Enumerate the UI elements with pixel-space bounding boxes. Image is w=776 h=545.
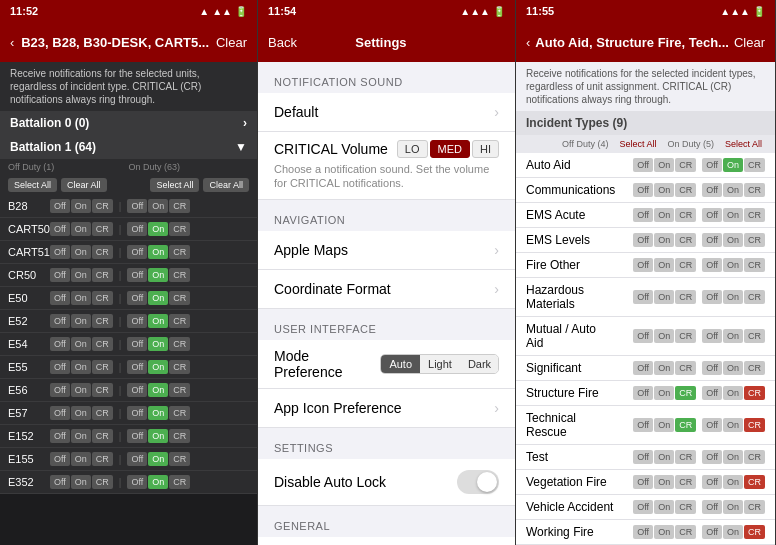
inc-off-btn[interactable]: Off xyxy=(633,290,653,304)
inc-on-btn[interactable]: On xyxy=(654,183,674,197)
cr-btn-2[interactable]: CR xyxy=(169,245,190,259)
inc-off-btn[interactable]: Off xyxy=(633,233,653,247)
cr-btn-2[interactable]: CR xyxy=(169,291,190,305)
on-btn-2[interactable]: On xyxy=(148,268,168,282)
off-btn[interactable]: Off xyxy=(50,291,70,305)
inc-off-btn-2[interactable]: Off xyxy=(702,475,722,489)
off-btn[interactable]: Off xyxy=(50,337,70,351)
inc-cr-btn-2[interactable]: CR xyxy=(744,386,765,400)
inc-cr-btn[interactable]: CR xyxy=(675,208,696,222)
inc-cr-btn[interactable]: CR xyxy=(675,525,696,539)
inc-off-btn[interactable]: Off xyxy=(633,208,653,222)
off-btn-2[interactable]: Off xyxy=(127,337,147,351)
inc-cr-btn[interactable]: CR xyxy=(675,233,696,247)
inc-off-btn[interactable]: Off xyxy=(633,258,653,272)
cr-btn-2[interactable]: CR xyxy=(169,222,190,236)
inc-cr-btn-2[interactable]: CR xyxy=(744,208,765,222)
cr-btn[interactable]: CR xyxy=(92,475,113,489)
off-btn[interactable]: Off xyxy=(50,199,70,213)
inc-off-btn[interactable]: Off xyxy=(633,450,653,464)
inc-cr-btn[interactable]: CR xyxy=(675,475,696,489)
off-btn-2[interactable]: Off xyxy=(127,452,147,466)
settings-disable-autolock[interactable]: Disable Auto Lock xyxy=(258,459,515,506)
select-all-button[interactable]: Select All xyxy=(8,178,57,192)
on-btn[interactable]: On xyxy=(71,314,91,328)
inc-on-btn-2[interactable]: On xyxy=(723,418,743,432)
inc-cr-btn-2[interactable]: CR xyxy=(744,418,765,432)
inc-cr-btn[interactable]: CR xyxy=(675,361,696,375)
on-btn[interactable]: On xyxy=(71,291,91,305)
inc-cr-btn[interactable]: CR xyxy=(675,450,696,464)
inc-on-btn[interactable]: On xyxy=(654,329,674,343)
inc-cr-btn-2[interactable]: CR xyxy=(744,525,765,539)
inc-off-btn[interactable]: Off xyxy=(633,329,653,343)
off-btn[interactable]: Off xyxy=(50,245,70,259)
clear-button-3[interactable]: Clear xyxy=(734,35,765,50)
inc-on-btn-2[interactable]: On xyxy=(723,329,743,343)
cr-btn-2[interactable]: CR xyxy=(169,452,190,466)
inc-on-btn[interactable]: On xyxy=(654,475,674,489)
inc-on-btn-2[interactable]: On xyxy=(723,386,743,400)
inc-cr-btn[interactable]: CR xyxy=(675,386,696,400)
clear-button-1[interactable]: Clear xyxy=(216,35,247,50)
inc-on-btn-2[interactable]: On xyxy=(723,183,743,197)
inc-on-btn[interactable]: On xyxy=(654,386,674,400)
off-duty-select-all[interactable]: Select All xyxy=(616,138,659,150)
settings-app-support[interactable]: App Support › xyxy=(258,537,515,545)
on-btn[interactable]: On xyxy=(71,222,91,236)
inc-off-btn-2[interactable]: Off xyxy=(702,386,722,400)
inc-off-btn-2[interactable]: Off xyxy=(702,233,722,247)
cr-btn[interactable]: CR xyxy=(92,383,113,397)
cr-btn[interactable]: CR xyxy=(92,360,113,374)
inc-cr-btn[interactable]: CR xyxy=(675,329,696,343)
inc-on-btn[interactable]: On xyxy=(654,258,674,272)
on-btn[interactable]: On xyxy=(71,452,91,466)
inc-on-btn-2[interactable]: On xyxy=(723,475,743,489)
on-btn-2[interactable]: On xyxy=(148,360,168,374)
on-btn-2[interactable]: On xyxy=(148,222,168,236)
cr-btn-2[interactable]: CR xyxy=(169,360,190,374)
mode-light-button[interactable]: Light xyxy=(420,355,460,373)
off-btn[interactable]: Off xyxy=(50,406,70,420)
on-btn-2[interactable]: On xyxy=(148,429,168,443)
cr-btn[interactable]: CR xyxy=(92,406,113,420)
on-btn-2[interactable]: On xyxy=(148,475,168,489)
off-btn-2[interactable]: Off xyxy=(127,245,147,259)
inc-on-btn-2[interactable]: On xyxy=(723,290,743,304)
off-btn-2[interactable]: Off xyxy=(127,291,147,305)
inc-cr-btn-2[interactable]: CR xyxy=(744,233,765,247)
cr-btn[interactable]: CR xyxy=(92,337,113,351)
inc-cr-btn-2[interactable]: CR xyxy=(744,290,765,304)
battalion-1-header[interactable]: Battalion 1 (64) ▼ xyxy=(0,135,257,159)
on-btn-2[interactable]: On xyxy=(148,337,168,351)
inc-cr-btn[interactable]: CR xyxy=(675,258,696,272)
inc-on-btn-2[interactable]: On xyxy=(723,258,743,272)
inc-on-btn[interactable]: On xyxy=(654,290,674,304)
settings-app-icon[interactable]: App Icon Preference › xyxy=(258,389,515,428)
inc-on-btn-2[interactable]: On xyxy=(723,208,743,222)
cr-btn-2[interactable]: CR xyxy=(169,406,190,420)
inc-off-btn[interactable]: Off xyxy=(633,500,653,514)
off-btn-2[interactable]: Off xyxy=(127,268,147,282)
inc-cr-btn[interactable]: CR xyxy=(675,158,696,172)
inc-on-btn[interactable]: On xyxy=(654,500,674,514)
inc-cr-btn-2[interactable]: CR xyxy=(744,450,765,464)
on-btn[interactable]: On xyxy=(71,406,91,420)
off-btn[interactable]: Off xyxy=(50,222,70,236)
inc-off-btn[interactable]: Off xyxy=(633,158,653,172)
vol-med-button[interactable]: MED xyxy=(430,140,470,158)
cr-btn[interactable]: CR xyxy=(92,291,113,305)
on-btn-2[interactable]: On xyxy=(148,199,168,213)
inc-off-btn-2[interactable]: Off xyxy=(702,361,722,375)
inc-off-btn-2[interactable]: Off xyxy=(702,158,722,172)
off-btn[interactable]: Off xyxy=(50,268,70,282)
cr-btn-2[interactable]: CR xyxy=(169,429,190,443)
on-btn-2[interactable]: On xyxy=(148,291,168,305)
on-btn-2[interactable]: On xyxy=(148,245,168,259)
settings-coordinate-format[interactable]: Coordinate Format › xyxy=(258,270,515,309)
inc-off-btn[interactable]: Off xyxy=(633,525,653,539)
inc-cr-btn-2[interactable]: CR xyxy=(744,475,765,489)
inc-cr-btn-2[interactable]: CR xyxy=(744,258,765,272)
cr-btn[interactable]: CR xyxy=(92,429,113,443)
inc-off-btn-2[interactable]: Off xyxy=(702,450,722,464)
